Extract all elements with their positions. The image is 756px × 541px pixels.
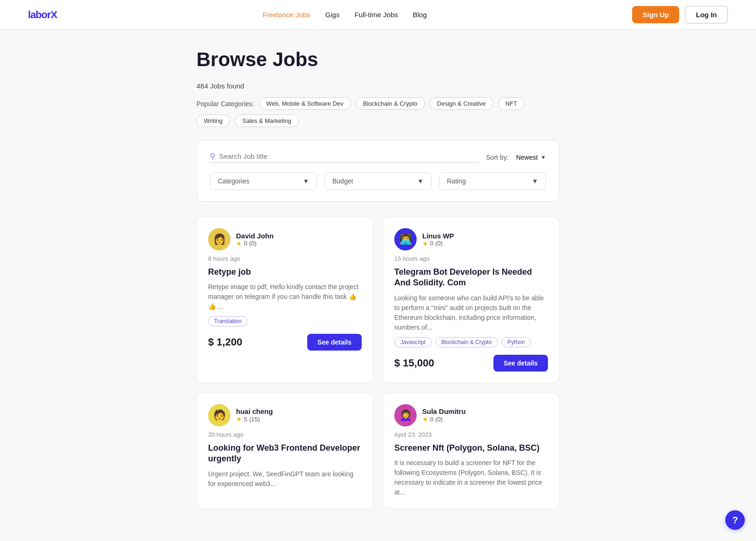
user-info: huai cheng ★ 5 (15) <box>236 407 273 423</box>
filter-budget-chevron-icon: ▼ <box>417 177 424 185</box>
card-header: 👩‍🦱 Sula Dumitru ★ 0 (0) <box>394 404 548 426</box>
filters-row: Categories ▼ Budget ▼ Rating ▼ <box>210 172 546 190</box>
nav-blog[interactable]: Blog <box>413 11 427 19</box>
filter-rating[interactable]: Rating ▼ <box>439 172 546 190</box>
card-footer: $ 1,200 See details <box>208 334 362 351</box>
category-blockchain[interactable]: Blockchain & Crypto <box>356 97 425 110</box>
card-header: 👨‍💻 Linus WP ★ 0 (0) <box>394 228 548 250</box>
job-card: 🧑 huai cheng ★ 5 (15) 20 hours ago Looki… <box>196 392 373 509</box>
card-header: 🧑 huai cheng ★ 5 (15) <box>208 404 362 426</box>
user-rating: ★ 0 (0) <box>422 415 466 423</box>
star-icon: ★ <box>236 240 242 247</box>
job-tag: Javascript <box>394 337 432 347</box>
search-input[interactable] <box>219 152 479 160</box>
rating-count: (0) <box>435 416 443 423</box>
logo[interactable]: laborX <box>28 9 57 21</box>
rating-count: (0) <box>435 240 443 247</box>
user-name: huai cheng <box>236 407 273 415</box>
category-web[interactable]: Web, Mobile & Software Dev <box>259 97 351 110</box>
job-title: Looking for Web3 Frontend Developer urge… <box>208 443 362 465</box>
job-title: Screener Nft (Polygon, Solana, BSC) <box>394 443 548 453</box>
star-icon: ★ <box>236 415 242 423</box>
time-ago: 8 hours ago <box>208 255 362 262</box>
nav-actions: Sign Up Log In <box>632 6 728 24</box>
rating-value: 5 <box>244 416 247 423</box>
help-button[interactable]: ? <box>725 510 745 530</box>
jobs-found-count: 484 Jobs found <box>196 82 560 90</box>
job-card: 👨‍💻 Linus WP ★ 0 (0) 15 hours ago Telegr… <box>383 216 560 383</box>
avatar: 👩 <box>208 228 230 250</box>
category-nft[interactable]: NFT <box>498 97 525 110</box>
filter-categories[interactable]: Categories ▼ <box>210 172 317 190</box>
user-rating: ★ 0 (0) <box>236 240 274 247</box>
card-footer: $ 15,000 See details <box>394 355 548 372</box>
star-icon: ★ <box>422 240 428 247</box>
see-details-button[interactable]: See details <box>493 355 548 372</box>
job-tag: Translation <box>208 316 248 326</box>
avatar: 👨‍💻 <box>394 228 417 250</box>
avatar: 🧑 <box>208 404 230 426</box>
search-top: ⚲ Sort by: Newest ▼ <box>210 152 546 163</box>
see-details-button[interactable]: See details <box>307 334 362 351</box>
sort-label: Sort by: <box>486 154 508 161</box>
user-name: Sula Dumitru <box>422 407 466 415</box>
job-card: 👩 David John ★ 0 (0) 8 hours ago Retype … <box>196 216 373 383</box>
star-icon: ★ <box>422 415 428 423</box>
category-writing[interactable]: Writing <box>196 115 230 127</box>
tags-row: JavascriptBlockchain & CryptoPython <box>394 337 548 347</box>
avatar-image: 👨‍💻 <box>394 228 417 250</box>
job-description: Looking for someone who can build API's … <box>394 293 548 332</box>
avatar-image: 👩‍🦱 <box>394 404 417 426</box>
filter-categories-chevron-icon: ▼ <box>303 177 309 185</box>
job-description: Retype image to pdf, Hello kindly contac… <box>208 282 362 311</box>
sort-value: Newest <box>516 154 538 161</box>
job-tag: Python <box>501 337 531 347</box>
user-info: Linus WP ★ 0 (0) <box>422 232 454 247</box>
filter-budget[interactable]: Budget ▼ <box>324 172 432 190</box>
filter-budget-label: Budget <box>332 177 353 185</box>
filter-rating-label: Rating <box>447 177 466 185</box>
time-ago: April 23, 2023 <box>394 431 548 438</box>
nav-freelance-jobs[interactable]: Freelance Jobs <box>263 11 310 19</box>
user-rating: ★ 0 (0) <box>422 240 454 247</box>
search-panel: ⚲ Sort by: Newest ▼ Categories ▼ Budget … <box>196 140 560 202</box>
signup-button[interactable]: Sign Up <box>632 6 679 23</box>
job-tag: Blockchain & Crypto <box>435 337 498 347</box>
job-card: 👩‍🦱 Sula Dumitru ★ 0 (0) April 23, 2023 … <box>383 392 560 509</box>
user-rating: ★ 5 (15) <box>236 415 273 423</box>
main-content: Browse Jobs 484 Jobs found Popular Categ… <box>187 30 569 537</box>
jobs-grid: 👩 David John ★ 0 (0) 8 hours ago Retype … <box>196 216 560 509</box>
sort-chevron-icon: ▼ <box>540 154 546 161</box>
category-sales[interactable]: Sales & Marketing <box>235 115 299 127</box>
avatar-image: 👩 <box>208 228 230 250</box>
page-title: Browse Jobs <box>196 48 560 71</box>
user-name: David John <box>236 232 274 240</box>
search-icon: ⚲ <box>210 152 216 161</box>
user-info: David John ★ 0 (0) <box>236 232 274 247</box>
user-name: Linus WP <box>422 232 454 240</box>
rating-count: (0) <box>249 240 256 247</box>
categories-row: Popular Categories: Web, Mobile & Softwa… <box>196 97 560 127</box>
filter-rating-chevron-icon: ▼ <box>532 177 538 185</box>
job-description: It is necessary to build a screener for … <box>394 458 548 497</box>
job-price: $ 1,200 <box>208 336 242 348</box>
nav-gigs[interactable]: Gigs <box>325 11 340 19</box>
nav-fulltime-jobs[interactable]: Full-time Jobs <box>354 11 398 19</box>
category-design[interactable]: Design & Creative <box>430 97 493 110</box>
job-price: $ 15,000 <box>394 357 434 369</box>
filter-categories-label: Categories <box>218 177 250 185</box>
login-button[interactable]: Log In <box>685 6 728 24</box>
categories-label: Popular Categories: <box>196 100 254 108</box>
job-description: Urgent project. We, SeedFinGPT team are … <box>208 469 362 489</box>
navbar: laborX Freelance Jobs Gigs Full-time Job… <box>0 0 756 30</box>
card-header: 👩 David John ★ 0 (0) <box>208 228 362 250</box>
time-ago: 15 hours ago <box>394 255 548 262</box>
user-info: Sula Dumitru ★ 0 (0) <box>422 407 466 423</box>
job-title: Telegram Bot Developer Is Needed And Sol… <box>394 267 548 289</box>
rating-count: (15) <box>249 416 260 423</box>
rating-value: 0 <box>430 240 433 247</box>
sort-select[interactable]: Sort by: Newest ▼ <box>486 154 546 161</box>
rating-value: 0 <box>244 240 247 247</box>
nav-links: Freelance Jobs Gigs Full-time Jobs Blog <box>263 11 427 19</box>
avatar: 👩‍🦱 <box>394 404 417 426</box>
